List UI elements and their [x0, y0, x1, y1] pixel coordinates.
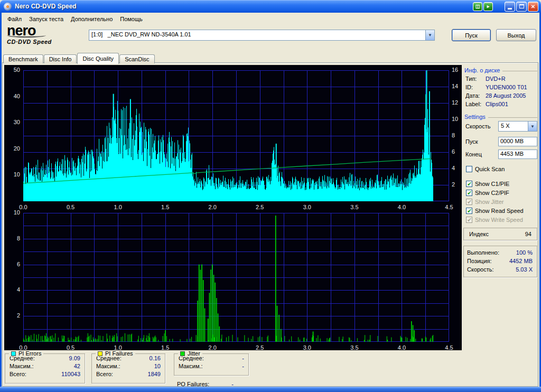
axis-tick: 40 — [5, 93, 20, 99]
axis-tick: 3.5 — [349, 344, 360, 351]
header-rule — [502, 71, 537, 71]
nero-wordmark: nero — [7, 24, 86, 38]
menu-item-file[interactable]: Файл — [4, 15, 25, 23]
axis-tick: 6 — [5, 261, 20, 267]
checkbox-box — [466, 181, 472, 187]
progress-row-done: Выполнено: 100 % — [467, 249, 533, 258]
checkbox-box — [466, 199, 472, 205]
checkbox-box — [466, 208, 472, 214]
progress-row-position: Позиция: 4452 MB — [467, 258, 533, 266]
chevron-down-icon[interactable]: ▼ — [528, 122, 537, 131]
extra-button-1[interactable]: ◫ — [473, 2, 482, 11]
checkbox-show-jitter: Show Jitter — [466, 198, 503, 206]
axis-tick: 1.0 — [112, 204, 124, 210]
header-rule — [488, 117, 537, 118]
jitter-stats: Jitter Среднее:- Максим.:- — [174, 353, 249, 376]
index-value: 94 — [525, 231, 531, 237]
checkbox-show-c1-pie[interactable]: Show C1/PIE — [466, 180, 509, 188]
side-panel: Инф. о диске Тип: DVD+R ID: YUDEN000 T01… — [463, 66, 537, 383]
speed-label: Скорость — [465, 123, 491, 129]
grid-icon: ◫ — [475, 4, 480, 9]
axis-tick: 2.0 — [207, 344, 218, 351]
start-pos-label: Пуск — [465, 138, 478, 145]
pi-failures-caption: PI Failures — [96, 350, 135, 357]
progress-row-speed: Скорость: 5.03 X — [467, 266, 533, 275]
axis-tick: 1.5 — [160, 204, 171, 210]
checkbox-quick-scan[interactable]: Quick Scan — [466, 165, 505, 173]
jitter-swatch — [180, 351, 185, 356]
title-bar[interactable]: Nero CD-DVD Speed ◫ ▸ ✕ — [0, 0, 541, 13]
axis-tick: 4.0 — [396, 344, 407, 351]
close-icon: ✕ — [531, 4, 535, 10]
axis-tick: 2 — [5, 312, 20, 319]
axis-tick: 10 — [5, 209, 20, 216]
minimize-button[interactable] — [505, 2, 515, 12]
axis-tick: 4.5 — [443, 344, 455, 351]
start-pos-field[interactable]: 0000 MB — [498, 137, 537, 146]
tab-disc-quality[interactable]: Disc Quality — [77, 53, 119, 64]
disc-info-row-type: Тип: DVD+R — [465, 75, 537, 82]
maximize-icon — [519, 4, 524, 8]
pi-errors-stats: PI Errors Среднее:9.09 Максим.:42 Всего:… — [5, 353, 85, 384]
axis-tick: 12 — [452, 99, 462, 106]
index-box: Индекс 94 — [463, 228, 537, 240]
taskbar-strip[interactable] — [0, 387, 541, 392]
tab-strip: Benchmark Disc Info Disc Quality ScanDis… — [3, 52, 155, 63]
axis-tick: 3.5 — [349, 204, 360, 210]
extra-button-2[interactable]: ▸ — [483, 2, 493, 11]
nero-product-name: CD·DVD Speed — [7, 39, 86, 45]
axis-tick: 10 — [452, 116, 462, 122]
axis-tick: 6 — [452, 148, 462, 155]
arrow-icon: ▸ — [487, 4, 490, 9]
checkbox-box — [466, 166, 472, 172]
axis-tick: 2 — [452, 181, 462, 188]
chevron-down-icon[interactable]: ▼ — [425, 30, 434, 40]
disc-info-header-label: Инф. о диске — [464, 67, 500, 73]
pi-failures-plot — [23, 213, 449, 342]
disc-info-row-date: Дата: 28 August 2005 — [465, 92, 537, 99]
checkbox-show-c2-pif[interactable]: Show C2/PIF — [466, 189, 509, 197]
axis-tick: 8 — [452, 132, 462, 138]
index-label: Индекс — [469, 231, 525, 237]
maximize-button[interactable] — [516, 2, 527, 12]
exit-button[interactable]: Выход — [496, 29, 536, 41]
drive-select[interactable]: [1:0] _NEC DVD_RW ND-3540A 1.01 ▼ — [89, 30, 435, 41]
tab-scandisc[interactable]: ScanDisc — [119, 54, 154, 63]
nero-logo: nero CD·DVD Speed — [7, 24, 86, 45]
speed-select[interactable]: 5 X ▼ — [498, 121, 537, 132]
menu-item-help[interactable]: Помощь — [116, 15, 146, 23]
stat-row: Максим.:- — [174, 362, 248, 370]
pi-errors-plot — [23, 70, 449, 201]
checkbox-show-read-speed[interactable]: Show Read Speed — [466, 207, 524, 214]
axis-tick: 8 — [5, 235, 20, 241]
end-pos-field[interactable]: 4453 MB — [498, 150, 537, 159]
checkbox-show-write-speed: Show Write Speed — [466, 216, 523, 223]
start-button[interactable]: Пуск — [452, 29, 491, 41]
window-title: Nero CD-DVD Speed — [15, 3, 77, 10]
checkbox-box — [466, 217, 472, 223]
axis-tick: 10 — [5, 171, 20, 178]
axis-tick: 0.5 — [65, 204, 77, 210]
axis-tick: 3.0 — [301, 204, 313, 210]
pi-errors-caption: PI Errors — [9, 350, 43, 357]
axis-tick: 20 — [5, 145, 20, 152]
axis-tick: 30 — [5, 119, 20, 125]
stat-row: Всего:1849 — [92, 370, 165, 378]
pi-failures-stats: PI Failures Среднее:0.16 Максим.:10 Всег… — [91, 353, 165, 384]
menu-item-extra[interactable]: Дополнительно — [67, 15, 116, 23]
axis-tick: 50 — [5, 67, 20, 73]
settings-header: Settings — [464, 114, 537, 120]
stat-row: Максим.:42 — [5, 362, 85, 370]
tab-disc-info[interactable]: Disc Info — [44, 54, 77, 63]
menu-item-run-test[interactable]: Запуск теста — [25, 15, 67, 23]
progress-box: Выполнено: 100 % Позиция: 4452 MB Скорос… — [463, 246, 537, 277]
app-icon — [4, 3, 12, 11]
app-window: Nero CD-DVD Speed ◫ ▸ ✕ Файл Запуск тест… — [0, 0, 541, 392]
close-button[interactable]: ✕ — [528, 2, 538, 12]
tab-benchmark[interactable]: Benchmark — [3, 54, 43, 63]
axis-tick: 0.5 — [65, 344, 77, 351]
end-pos-label: Конец — [465, 151, 482, 157]
disc-info-row-label: Label: Clips001 — [465, 100, 537, 108]
disc-info-row-id: ID: YUDEN000 T01 — [465, 83, 537, 91]
axis-tick: 4 — [5, 286, 20, 293]
